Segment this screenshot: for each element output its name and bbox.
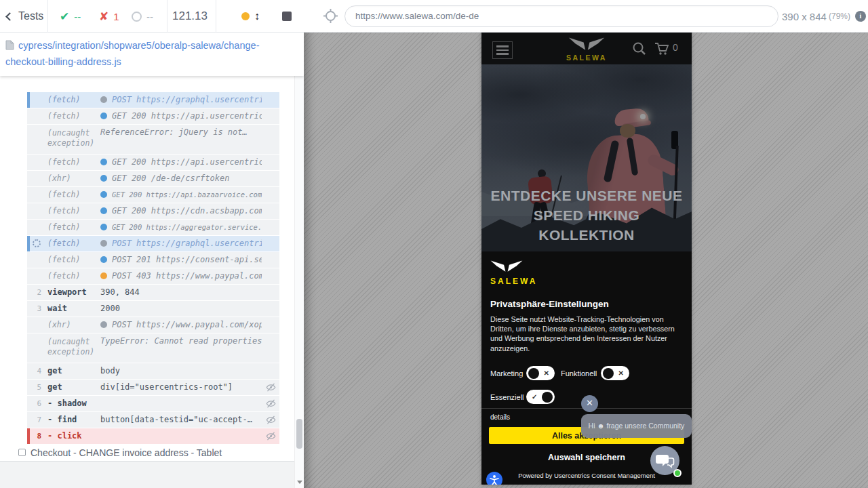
log-row[interactable]: (fetch)POST 201 https://consent-api.se… xyxy=(27,252,279,268)
status-dot-blue xyxy=(100,207,107,214)
toggle-label-essenziell: Essenziell xyxy=(490,393,524,401)
command-name: (fetch) xyxy=(47,268,80,284)
log-row[interactable]: 5getdiv[id="usercentrics-root"] xyxy=(27,380,279,395)
command-log-panel: (fetch)POST https://graphql.usercentrim(… xyxy=(0,33,304,488)
viewport-size-label: 390 x 844 xyxy=(782,0,827,33)
stop-button[interactable] xyxy=(282,12,292,21)
toggle-essenziell[interactable]: ✓ xyxy=(526,390,555,404)
viewport-zoom-label: (79%) xyxy=(829,0,850,33)
log-row[interactable]: (fetch)GET 200 https://cdn.acsbapp.com… xyxy=(27,203,279,219)
toggle-marketing[interactable]: ✕ xyxy=(526,366,555,380)
command-name: wait xyxy=(47,301,67,317)
hero-title: ENTDECKE UNSERE NEUE SPEED HIKING KOLLEK… xyxy=(481,186,692,245)
app-viewport: SALEWA 0 ENTDECKE UNSERE NEUE SPEED HIKI xyxy=(481,33,692,485)
log-row[interactable]: (fetch)POST https://graphql.usercentri… xyxy=(27,236,279,251)
url-input[interactable]: https://www.salewa.com/de-de xyxy=(344,5,778,27)
auto-scroll-toggle[interactable]: ↕ xyxy=(241,0,260,33)
row-number: 5 xyxy=(31,380,41,395)
info-icon[interactable]: i xyxy=(855,11,866,22)
log-row[interactable]: 7- findbutton[data-testid="uc-accept-… xyxy=(27,412,279,428)
row-number: 8 xyxy=(31,428,41,444)
test-checkbox[interactable] xyxy=(18,449,26,456)
command-name: (xhr) xyxy=(47,317,71,333)
command-message: button[data-testid="uc-accept-… xyxy=(100,412,262,428)
salewa-logo-icon xyxy=(490,259,524,274)
command-message: 2000 xyxy=(100,301,262,317)
log-row[interactable]: (fetch)POST https://graphql.usercentrim xyxy=(27,92,279,108)
row-number: 7 xyxy=(31,412,41,428)
command-message: POST https://graphql.usercentri… xyxy=(100,236,262,251)
log-row[interactable]: (fetch)GET 200 https://api.usercentric… xyxy=(27,155,279,170)
command-name: get xyxy=(47,363,62,379)
log-row[interactable]: 6- shadow xyxy=(27,396,279,411)
reporter-scrollbar[interactable] xyxy=(294,33,304,488)
log-row[interactable]: 2viewport390, 844 xyxy=(27,285,279,300)
command-message: GET 200 https://aggregator.service.us… xyxy=(100,220,262,235)
command-name: (fetch) xyxy=(47,203,80,219)
command-message: body xyxy=(100,363,262,379)
selector-playground-icon[interactable] xyxy=(323,9,338,23)
toggle-label-funktionell: Funktionell xyxy=(561,369,597,378)
log-row[interactable]: 4getbody xyxy=(27,363,279,379)
divider xyxy=(216,0,216,33)
toggle-funktionell[interactable]: ✕ xyxy=(601,366,629,380)
status-dot-orange xyxy=(100,272,107,279)
command-message: ReferenceError: jQuery is not… xyxy=(100,125,262,140)
log-row[interactable]: (uncaught exception)ReferenceError: jQue… xyxy=(27,125,279,154)
log-row[interactable]: (fetch)GET 200 https://api.usercentric… xyxy=(27,108,279,124)
hidden-eye-icon[interactable] xyxy=(266,415,276,428)
online-status-dot xyxy=(673,469,682,477)
command-message: GET 200 https://api.usercentric… xyxy=(100,155,262,170)
command-message: POST 201 https://consent-api.se… xyxy=(100,252,262,268)
command-message: POST https://www.paypal.com/xop… xyxy=(100,317,262,333)
command-name: (uncaught exception) xyxy=(47,125,94,148)
x-icon: ✘ xyxy=(99,9,108,24)
spec-file-link[interactable]: cypress/integration/shopware5/oberalp-sa… xyxy=(0,33,304,76)
status-dot-blue xyxy=(100,256,107,263)
chevron-left-icon xyxy=(5,12,14,21)
row-number: 2 xyxy=(31,285,41,300)
accessibility-button[interactable] xyxy=(486,472,502,485)
scrollbar-thumb[interactable] xyxy=(296,419,302,449)
log-row[interactable]: (xhr)GET 200 /de-de/csrftoken xyxy=(27,171,279,186)
back-to-tests-button[interactable]: Tests xyxy=(7,0,43,33)
log-row[interactable]: (xhr)POST https://www.paypal.com/xop… xyxy=(27,317,279,333)
hidden-eye-icon[interactable] xyxy=(266,431,276,444)
hidden-eye-icon[interactable] xyxy=(266,382,276,395)
row-number: 6 xyxy=(31,396,41,411)
command-name: - click xyxy=(47,428,82,444)
command-name: (fetch) xyxy=(47,187,80,203)
check-icon: ✔ xyxy=(60,9,69,24)
spec-file-path: cypress/integration/shopware5/oberalp-sa… xyxy=(5,40,259,67)
command-message: GET 200 https://cdn.acsbapp.com… xyxy=(100,203,262,219)
scroll-down-arrow-icon[interactable] xyxy=(297,481,302,484)
row-number: 3 xyxy=(31,301,41,317)
chat-tooltip: Hi ☻ frage unsere Community xyxy=(581,414,692,438)
command-name: viewport xyxy=(47,285,87,300)
test-title[interactable]: Checkout - CHANGE invoice address - Tabl… xyxy=(31,444,222,462)
command-name: - shadow xyxy=(47,396,87,411)
status-dot-blue xyxy=(100,175,107,182)
command-message: 390, 844 xyxy=(100,285,262,300)
log-row[interactable]: 3wait2000 xyxy=(27,301,279,317)
command-message: POST https://graphql.usercentrim xyxy=(100,92,262,108)
log-row[interactable]: 8- click xyxy=(27,428,279,444)
test-duration: 121.13 xyxy=(172,0,208,33)
chat-tooltip-close-button[interactable]: ✕ xyxy=(581,395,598,412)
log-row[interactable]: (fetch)GET 200 https://aggregator.servic… xyxy=(27,220,279,235)
log-row[interactable]: (uncaught exception)TypeError: Cannot re… xyxy=(27,333,279,363)
log-row[interactable]: (fetch)GET 200 https://api.bazaarvoice.c… xyxy=(27,187,279,203)
top-bar: Tests ✔ -- ✘ 1 -- 121.13 ↕ https://www.s… xyxy=(0,0,868,33)
row-number: 4 xyxy=(31,363,41,379)
hidden-eye-icon[interactable] xyxy=(266,399,276,411)
command-name: (fetch) xyxy=(47,236,80,251)
circle-icon xyxy=(132,12,142,22)
command-message: GET 200 https://api.usercentric… xyxy=(100,108,262,124)
passed-count: ✔ -- xyxy=(60,0,81,33)
command-name: (fetch) xyxy=(47,155,80,170)
command-message: GET 200 /de-de/csrftoken xyxy=(100,171,262,186)
status-dot-blue xyxy=(100,159,107,165)
details-link[interactable]: details xyxy=(490,413,510,421)
tests-label: Tests xyxy=(18,10,43,22)
log-row[interactable]: (fetch)POST 403 https://www.paypal.com… xyxy=(27,268,279,284)
